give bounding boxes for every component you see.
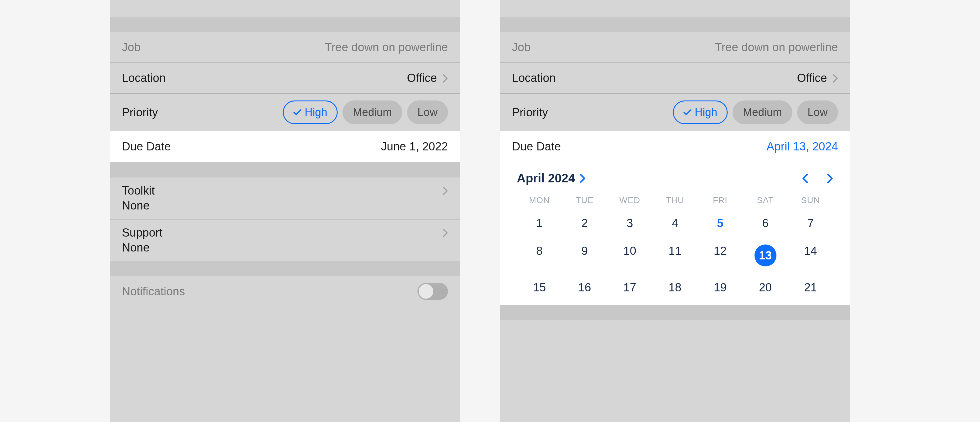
section-gap	[500, 17, 850, 32]
dow: MON	[517, 191, 562, 209]
calendar-day[interactable]: 10	[607, 237, 652, 274]
priority-low-button[interactable]: Low	[407, 100, 448, 124]
priority-medium-label: Medium	[743, 106, 782, 119]
calendar-header: April 2024	[517, 168, 833, 191]
spacer	[110, 0, 460, 17]
check-icon	[683, 109, 692, 116]
job-label: Job	[122, 41, 140, 54]
location-row[interactable]: Location Office	[110, 63, 460, 94]
calendar-day[interactable]: 19	[697, 274, 743, 301]
priority-low-label: Low	[417, 106, 438, 119]
due-date-row[interactable]: Due Date April 13, 2024	[500, 131, 850, 162]
priority-high-label: High	[695, 106, 718, 119]
priority-row: Priority High Medium Low	[110, 94, 460, 131]
priority-label: Priority	[512, 106, 548, 119]
calendar-day[interactable]: 3	[607, 209, 652, 237]
calendar-day[interactable]: 13	[743, 237, 788, 274]
spacer	[500, 0, 850, 17]
job-label: Job	[512, 41, 531, 54]
support-value: None	[122, 241, 448, 254]
due-date-row[interactable]: Due Date June 1, 2022	[110, 131, 460, 162]
location-row[interactable]: Location Office	[500, 63, 850, 94]
toolkit-value: None	[122, 199, 448, 212]
location-value: Office	[407, 71, 437, 85]
calendar-day[interactable]: 2	[562, 209, 607, 237]
job-row[interactable]: Job Tree down on powerline	[500, 32, 850, 63]
location-value-group: Office	[407, 71, 448, 85]
priority-high-label: High	[305, 106, 327, 119]
chevron-right-icon	[442, 186, 448, 195]
calendar-day[interactable]: 8	[517, 237, 562, 274]
job-value: Tree down on powerline	[715, 41, 838, 54]
notifications-toggle[interactable]	[417, 283, 448, 300]
notifications-row: Notifications	[110, 276, 460, 300]
check-icon	[293, 109, 302, 116]
form-expanded-calendar-state: Job Tree down on powerline Location Offi…	[500, 0, 850, 422]
priority-row: Priority High Medium Low	[500, 94, 850, 131]
priority-segmented: High Medium Low	[283, 100, 448, 124]
next-month-button[interactable]	[827, 173, 833, 183]
location-value-group: Office	[797, 71, 838, 85]
calendar-day[interactable]: 14	[788, 237, 833, 274]
calendar-day[interactable]: 5	[697, 209, 743, 237]
calendar-day[interactable]: 6	[743, 209, 788, 237]
notifications-label: Notifications	[122, 285, 185, 298]
calendar-picker: April 2024 MON TUE WED	[500, 162, 850, 305]
chevron-right-icon	[580, 174, 585, 183]
calendar-day[interactable]: 17	[607, 274, 652, 301]
calendar-month-label: April 2024	[517, 171, 575, 185]
job-value: Tree down on powerline	[325, 41, 448, 54]
priority-high-button[interactable]: High	[283, 100, 338, 124]
section-gap	[500, 305, 850, 320]
due-date-value: June 1, 2022	[381, 140, 448, 153]
calendar-dow-row: MON TUE WED THU FRI SAT SUN	[517, 191, 833, 209]
chevron-right-icon	[442, 228, 448, 238]
location-value: Office	[797, 71, 827, 85]
calendar-month-button[interactable]: April 2024	[517, 171, 585, 185]
priority-medium-button[interactable]: Medium	[342, 100, 402, 124]
dow: THU	[652, 191, 697, 209]
dow: SAT	[743, 191, 788, 209]
priority-low-button[interactable]: Low	[797, 100, 838, 124]
priority-medium-button[interactable]: Medium	[733, 100, 792, 124]
section-gap	[110, 162, 460, 178]
calendar-day[interactable]: 1	[517, 209, 562, 237]
toolkit-row[interactable]: Toolkit None	[110, 178, 460, 219]
prev-month-button[interactable]	[802, 173, 808, 183]
section-gap	[110, 17, 460, 32]
chevron-right-icon	[832, 74, 838, 83]
location-label: Location	[122, 71, 166, 85]
due-date-value: April 13, 2024	[767, 140, 838, 153]
calendar-day[interactable]: 16	[562, 274, 607, 301]
priority-segmented: High Medium Low	[673, 100, 838, 124]
chevron-right-icon	[442, 74, 448, 83]
priority-low-label: Low	[808, 106, 828, 119]
priority-label: Priority	[122, 106, 158, 119]
calendar-day[interactable]: 9	[562, 237, 607, 274]
calendar-day[interactable]: 4	[652, 209, 697, 237]
section-gap	[110, 261, 460, 276]
priority-medium-label: Medium	[353, 106, 392, 119]
calendar-day[interactable]: 7	[788, 209, 833, 237]
form-collapsed-state: Job Tree down on powerline Location Offi…	[110, 0, 460, 422]
dow: TUE	[562, 191, 607, 209]
due-date-label: Due Date	[122, 140, 171, 153]
dow: FRI	[697, 191, 743, 209]
calendar-nav	[802, 173, 833, 183]
calendar-day[interactable]: 12	[697, 237, 743, 274]
location-label: Location	[512, 71, 556, 85]
calendar-day[interactable]: 20	[743, 274, 788, 301]
dow: SUN	[788, 191, 833, 209]
dow: WED	[607, 191, 652, 209]
support-label: Support	[122, 226, 162, 239]
calendar-day[interactable]: 18	[652, 274, 697, 301]
calendar-day[interactable]: 11	[652, 237, 697, 274]
job-row[interactable]: Job Tree down on powerline	[110, 32, 460, 63]
calendar-days-grid: 123456789101112131415161718192021	[517, 209, 833, 301]
calendar-day[interactable]: 21	[788, 274, 833, 301]
due-date-label: Due Date	[512, 140, 561, 153]
toggle-knob	[419, 284, 433, 299]
priority-high-button[interactable]: High	[673, 100, 728, 124]
calendar-day[interactable]: 15	[517, 274, 562, 301]
support-row[interactable]: Support None	[110, 219, 460, 261]
